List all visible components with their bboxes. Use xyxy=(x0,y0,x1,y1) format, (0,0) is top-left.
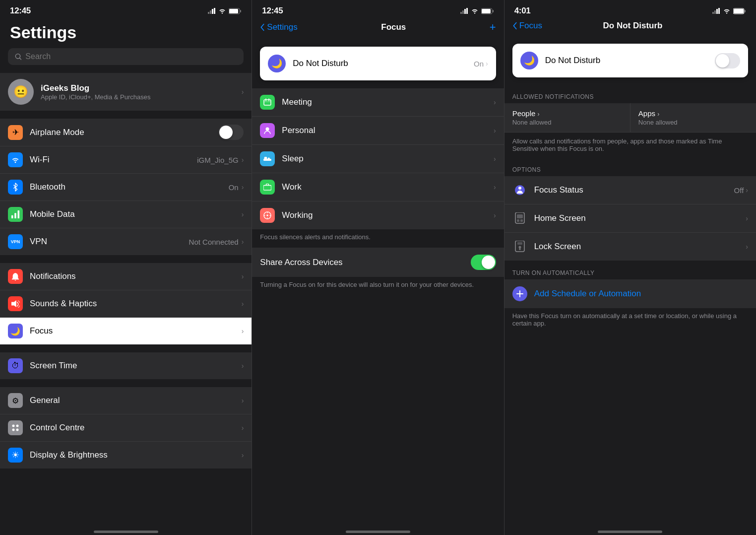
wifi-chevron: › xyxy=(242,156,244,164)
settings-row-controlcentre[interactable]: Control Centre › xyxy=(0,414,252,442)
svg-rect-11 xyxy=(18,210,20,218)
settings-row-wifi[interactable]: Wi-Fi iGM_Jio_5G › xyxy=(0,146,252,174)
focus-personal-icon xyxy=(260,123,275,138)
home-indicator-3 xyxy=(504,525,756,535)
screentime-label: Screen Time xyxy=(30,361,242,371)
home-indicator-2 xyxy=(252,525,504,535)
mobiledata-icon xyxy=(8,207,23,222)
focus-status-row[interactable]: Focus Status Off › xyxy=(504,176,756,204)
display-chevron: › xyxy=(242,451,244,459)
settings-row-general[interactable]: ⚙ General › xyxy=(0,387,252,414)
options-header: OPTIONS xyxy=(504,158,756,176)
profile-chevron: › xyxy=(242,88,244,96)
airplane-icon: ✈ xyxy=(8,125,23,140)
focus-working-icon-el xyxy=(260,208,275,223)
dnd-detail-content: 🌙 Do Not Disturb ALLOWED NOTIFICATIONS P… xyxy=(504,36,756,525)
focus-label: Focus xyxy=(30,326,242,336)
dnd-nav-title: Do Not Disturb xyxy=(603,21,663,31)
lock-screen-row[interactable]: Lock Screen › xyxy=(504,233,756,261)
settings-row-screentime[interactable]: ⏱ Screen Time › xyxy=(0,352,252,379)
home-bar-1 xyxy=(94,531,158,533)
add-schedule-row[interactable]: Add Schedule or Automation xyxy=(504,279,756,308)
options-group: Focus Status Off › Home Screen › Lock Sc… xyxy=(504,176,756,261)
settings-row-bluetooth[interactable]: Bluetooth On › xyxy=(0,174,252,201)
lock-screen-label: Lock Screen xyxy=(534,242,746,252)
controlcentre-label: Control Centre xyxy=(30,423,242,433)
focus-work-row[interactable]: Work › xyxy=(252,173,504,201)
svg-rect-2 xyxy=(212,9,213,14)
focus-meeting-row[interactable]: Meeting › xyxy=(252,88,504,117)
profile-row[interactable]: 😐 iGeeks Blog Apple ID, iCloud+, Media &… xyxy=(0,73,252,111)
wifi-icon-3 xyxy=(723,8,731,14)
wifi-icon xyxy=(218,8,226,14)
focus-status-value: Off xyxy=(734,186,744,195)
focus-caption: Focus silences alerts and notifications. xyxy=(252,229,504,247)
settings-row-sounds[interactable]: Sounds & Haptics › xyxy=(0,290,252,318)
people-sub: None allowed xyxy=(512,119,622,126)
screentime-icon: ⏱ xyxy=(8,358,23,373)
focus-sleep-row[interactable]: Sleep › xyxy=(252,145,504,173)
focus-dnd-main-item[interactable]: 🌙 Do Not Disturb On › xyxy=(260,47,496,80)
mobiledata-label: Mobile Data xyxy=(30,209,242,219)
settings-row-mobiledata[interactable]: Mobile Data › xyxy=(0,201,252,228)
svg-rect-22 xyxy=(482,9,491,13)
focus-work-icon-el xyxy=(260,180,275,195)
status-time-1: 12:45 xyxy=(10,6,31,16)
screentime-chevron: › xyxy=(242,362,244,370)
share-toggle[interactable] xyxy=(471,255,496,270)
svg-rect-17 xyxy=(460,12,462,14)
signal-icon-2 xyxy=(460,8,468,14)
bluetooth-icon xyxy=(8,180,23,195)
search-bar[interactable] xyxy=(8,48,244,65)
sounds-icon xyxy=(8,296,23,311)
share-across-label: Share Across Devices xyxy=(260,258,470,268)
share-across-devices-row[interactable]: Share Across Devices xyxy=(252,248,504,277)
svg-rect-1 xyxy=(210,10,211,14)
settings-row-display[interactable]: ☀ Display & Brightness › xyxy=(0,442,252,468)
settings-row-airplane[interactable]: ✈ Airplane Mode xyxy=(0,119,252,146)
focus-row-icon: 🌙 xyxy=(8,324,23,338)
profile-name: iGeeks Blog xyxy=(41,83,150,93)
svg-rect-44 xyxy=(734,9,744,13)
svg-point-13 xyxy=(12,425,15,427)
focus-back-label: Settings xyxy=(267,22,297,32)
search-input[interactable] xyxy=(25,52,237,61)
controlcentre-chevron: › xyxy=(242,424,244,432)
status-time-3: 4:01 xyxy=(514,6,531,16)
dnd-main-toggle[interactable] xyxy=(715,53,740,68)
general-icon: ⚙ xyxy=(8,393,23,408)
focus-add-button[interactable]: + xyxy=(490,21,496,34)
focus-working-chevron: › xyxy=(494,211,496,219)
status-time-2: 12:45 xyxy=(262,6,283,16)
svg-rect-24 xyxy=(264,100,271,105)
home-screen-row[interactable]: Home Screen › xyxy=(504,204,756,233)
airplane-toggle[interactable] xyxy=(218,125,244,140)
svg-rect-51 xyxy=(520,219,523,222)
settings-row-notifications[interactable]: Notifications › xyxy=(0,263,252,290)
bluetooth-value: On xyxy=(229,183,239,192)
apps-col[interactable]: Apps › None allowed xyxy=(630,103,756,132)
people-col[interactable]: People › None allowed xyxy=(504,103,630,132)
dnd-back-button[interactable]: Focus xyxy=(512,21,542,31)
home-screen-label: Home Screen xyxy=(534,213,746,223)
settings-group-screentime: ⏱ Screen Time › xyxy=(0,352,252,379)
svg-rect-0 xyxy=(208,12,209,14)
focus-nav-title: Focus xyxy=(381,22,406,32)
notifications-chevron: › xyxy=(242,272,244,280)
profile-subtitle: Apple ID, iCloud+, Media & Purchases xyxy=(41,93,150,101)
focus-sleep-label: Sleep xyxy=(282,154,494,164)
battery-icon xyxy=(229,8,242,14)
dnd-back-chevron-icon xyxy=(512,22,517,30)
focus-personal-row[interactable]: Personal › xyxy=(252,117,504,145)
status-icons-3 xyxy=(712,8,746,14)
settings-row-vpn[interactable]: VPN VPN Not Connected › xyxy=(0,228,252,255)
focus-working-row[interactable]: Working › xyxy=(252,201,504,229)
mobiledata-chevron: › xyxy=(242,210,244,218)
focus-back-button[interactable]: Settings xyxy=(260,22,297,32)
home-screen-icon xyxy=(512,211,527,226)
wifi-icon-2 xyxy=(471,8,479,14)
svg-rect-49 xyxy=(517,214,523,218)
apps-arrow: › xyxy=(657,111,659,118)
settings-row-focus[interactable]: 🌙 Focus › xyxy=(0,318,252,344)
lock-screen-icon xyxy=(512,239,527,254)
